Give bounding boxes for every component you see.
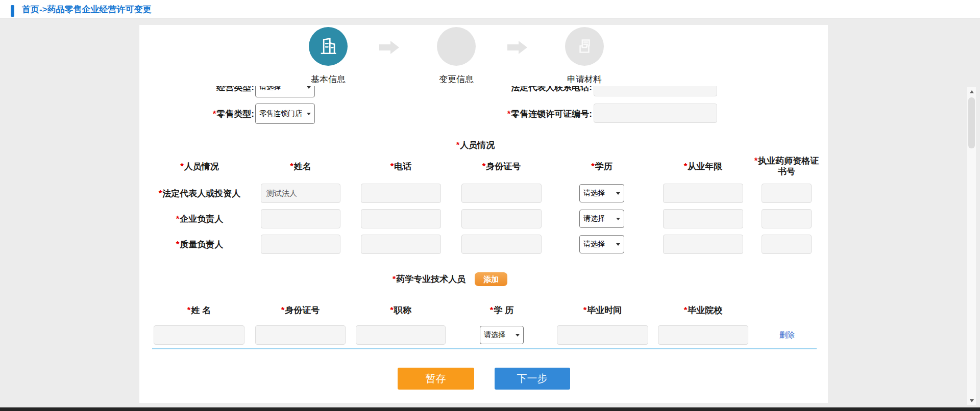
chain-license-no-input[interactable]	[594, 104, 717, 123]
col-header-tech-id: *身份证号	[255, 304, 346, 316]
enterprise-manager-id-input[interactable]	[461, 209, 542, 228]
enterprise-manager-education-select[interactable]: 请选择	[579, 210, 624, 228]
col-header-tech-title: *职称	[356, 304, 446, 316]
add-button[interactable]: 添加	[475, 272, 507, 286]
tech-id-input[interactable]	[255, 325, 346, 345]
delete-link[interactable]: 删除	[779, 330, 795, 340]
tech-education-select[interactable]: 请选择	[480, 326, 524, 344]
triangle-down-icon	[970, 399, 974, 402]
col-header-grad-time: *毕业时间	[557, 304, 648, 316]
personnel-table-header: *人员情况 *姓名 *电话 *身份证号 *学历 *从业年限 *执业药师资格证书号	[139, 155, 828, 177]
row-label-enterprise-manager: *企业负责人	[139, 213, 260, 225]
row-label-legal-rep: *法定代表人或投资人	[139, 188, 260, 199]
col-header-tech-education: *学 历	[480, 304, 524, 316]
chevron-down-icon	[307, 113, 311, 115]
step-label-basic-info: 基本信息	[292, 73, 364, 85]
arrow-right-icon	[379, 41, 400, 54]
business-type-label: 经营类型:	[139, 86, 254, 93]
step-indicator: 基本信息 变更信息 申请材料	[139, 25, 828, 86]
form-card: 基本信息 变更信息 申请材料 经营类型:	[139, 25, 828, 403]
tech-grad-school-input[interactable]	[658, 325, 748, 345]
enterprise-manager-cert-input[interactable]	[762, 209, 812, 228]
row-label-quality-manager: *质量负责人	[139, 239, 260, 250]
legal-rep-phone-label: 法定代表人联系电话:	[315, 86, 592, 93]
tech-name-input[interactable]	[154, 325, 244, 345]
legal-rep-phone-cell-input[interactable]	[361, 184, 441, 203]
col-header-education: *学历	[579, 161, 624, 172]
step-label-application-materials: 申请材料	[549, 73, 620, 85]
chevron-down-icon	[516, 334, 520, 337]
col-header-tech-name: *姓 名	[154, 304, 244, 316]
pharmacist-table-header: *姓 名 *身份证号 *职称 *学 历 *毕业时间 *毕业院校	[139, 305, 828, 315]
scroll-down-button[interactable]	[967, 396, 976, 405]
quality-manager-id-input[interactable]	[461, 235, 542, 254]
enterprise-manager-name-input[interactable]	[261, 209, 340, 228]
save-draft-button[interactable]: 暂存	[398, 368, 474, 390]
enterprise-manager-phone-input[interactable]	[361, 209, 441, 228]
col-header-phone: *电话	[361, 161, 441, 172]
quality-manager-education-select[interactable]: 请选择	[579, 235, 624, 253]
tech-grad-time-input[interactable]	[557, 325, 648, 345]
documents-icon	[574, 36, 595, 57]
personnel-row-quality-manager: *质量负责人 请选择	[139, 235, 828, 254]
col-header-name: *姓名	[261, 161, 340, 172]
legal-rep-cert-input[interactable]	[762, 184, 812, 203]
quality-manager-name-input[interactable]	[261, 235, 340, 254]
quality-manager-years-input[interactable]	[663, 235, 743, 254]
chevron-down-icon	[616, 218, 620, 220]
personnel-section-title: *人员情况	[139, 139, 812, 149]
pharmacist-section-title: *药学专业技术人员	[393, 273, 466, 285]
scrollbar-thumb[interactable]	[968, 97, 975, 148]
chevron-down-icon	[616, 192, 620, 195]
top-bar: 首页->药品零售企业经营许可变更	[0, 0, 980, 19]
tech-title-input[interactable]	[356, 325, 446, 345]
step-basic-info[interactable]	[309, 27, 348, 66]
pharmacist-row: 请选择 删除	[139, 325, 828, 345]
col-header-id-number: *身份证号	[461, 161, 542, 172]
step-change-info[interactable]	[437, 27, 476, 66]
action-button-row: 暂存 下一步	[139, 368, 828, 390]
form-scroll-area: 经营类型: 请选择 法定代表人联系电话: *零售类型: 零售连锁门店 *零售连锁…	[139, 86, 828, 403]
legal-rep-name-input[interactable]	[261, 184, 340, 203]
legal-rep-id-input[interactable]	[461, 184, 542, 203]
pharmacist-section-header: *药学专业技术人员 添加	[139, 272, 794, 286]
arrow-right-icon	[507, 41, 528, 54]
enterprise-manager-years-input[interactable]	[663, 209, 743, 228]
col-header-personnel: *人员情况	[139, 161, 260, 172]
next-step-button[interactable]: 下一步	[495, 368, 570, 390]
building-icon	[317, 35, 339, 58]
chain-license-no-label: *零售连锁许可证编号:	[315, 108, 592, 120]
col-header-years: *从业年限	[663, 161, 743, 172]
form-row-business-type: 经营类型: 请选择 法定代表人联系电话:	[139, 86, 828, 97]
personnel-row-enterprise-manager: *企业负责人 请选择	[139, 209, 828, 228]
window-bottom-edge	[0, 407, 980, 411]
legal-rep-phone-input[interactable]	[594, 86, 717, 96]
accent-bar	[11, 5, 14, 17]
form-row-retail-type: *零售类型: 零售连锁门店 *零售连锁许可证编号:	[139, 104, 828, 124]
vertical-scrollbar[interactable]	[967, 87, 976, 405]
scroll-up-button[interactable]	[967, 87, 976, 96]
personnel-row-legal-rep: *法定代表人或投资人 请选择	[139, 184, 828, 203]
legal-rep-education-select[interactable]: 请选择	[579, 184, 624, 202]
breadcrumb[interactable]: 首页->药品零售企业经营许可变更	[22, 4, 152, 15]
step-label-change-info: 变更信息	[421, 73, 492, 85]
quality-manager-cert-input[interactable]	[762, 235, 812, 254]
legal-rep-years-input[interactable]	[663, 184, 743, 203]
chevron-down-icon	[307, 86, 311, 89]
business-type-select[interactable]: 请选择	[255, 86, 315, 97]
col-header-grad-school: *毕业院校	[658, 304, 748, 316]
triangle-up-icon	[970, 90, 974, 93]
step-application-materials[interactable]	[565, 27, 604, 66]
section-divider	[152, 348, 817, 349]
col-header-pharmacist-cert: *执业药师资格证书号	[753, 156, 820, 177]
quality-manager-phone-input[interactable]	[361, 235, 441, 254]
retail-type-label: *零售类型:	[139, 108, 254, 120]
retail-type-select[interactable]: 零售连锁门店	[255, 104, 315, 124]
chevron-down-icon	[616, 243, 620, 246]
